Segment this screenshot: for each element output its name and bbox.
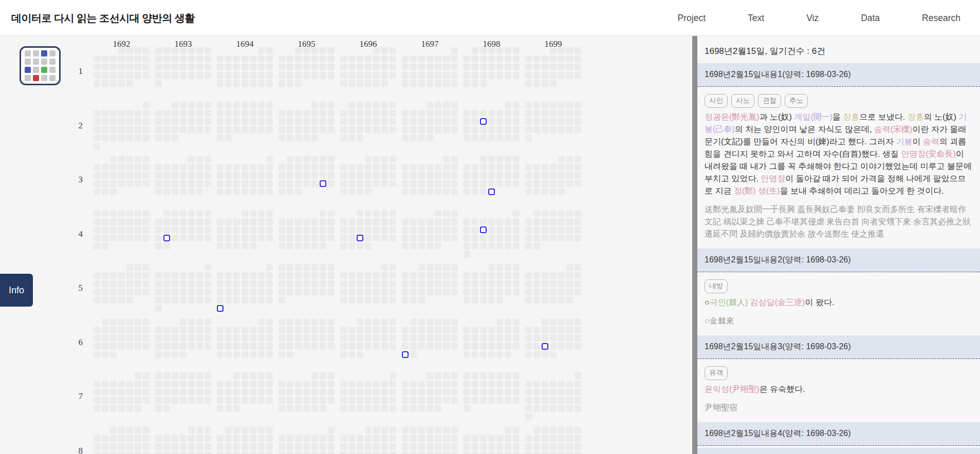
day-cell[interactable] bbox=[172, 164, 178, 171]
day-cell[interactable] bbox=[427, 110, 433, 117]
day-cell[interactable] bbox=[410, 397, 417, 404]
day-cell[interactable] bbox=[381, 343, 388, 350]
day-cell[interactable] bbox=[126, 335, 133, 342]
day-cell[interactable] bbox=[295, 264, 302, 271]
day-cell[interactable] bbox=[410, 327, 417, 333]
day-cell[interactable] bbox=[542, 126, 548, 133]
day-cell[interactable] bbox=[381, 55, 388, 62]
day-cell[interactable] bbox=[496, 389, 503, 395]
day-cell[interactable] bbox=[320, 64, 326, 70]
day-cell[interactable] bbox=[513, 372, 520, 379]
day-cell[interactable] bbox=[410, 389, 417, 395]
day-cell[interactable] bbox=[250, 188, 256, 195]
day-cell[interactable] bbox=[233, 235, 240, 241]
day-cell[interactable] bbox=[381, 72, 388, 79]
nav-item-project[interactable]: Project bbox=[678, 13, 706, 24]
day-cell[interactable] bbox=[266, 210, 273, 217]
day-cell[interactable] bbox=[390, 72, 396, 79]
day-cell[interactable] bbox=[390, 264, 396, 271]
day-cell[interactable] bbox=[451, 272, 458, 279]
day-cell[interactable] bbox=[542, 102, 548, 108]
day-cell[interactable] bbox=[373, 64, 380, 70]
day-cell[interactable] bbox=[188, 118, 195, 125]
day-cell[interactable] bbox=[143, 372, 150, 379]
day-cell[interactable] bbox=[390, 335, 396, 342]
day-cell[interactable] bbox=[102, 389, 108, 395]
day-cell[interactable] bbox=[381, 235, 388, 241]
day-cell[interactable] bbox=[328, 55, 335, 62]
day-cell[interactable] bbox=[225, 80, 232, 87]
day-cell[interactable] bbox=[525, 405, 532, 412]
day-cell[interactable] bbox=[464, 126, 470, 133]
day-cell[interactable] bbox=[102, 218, 108, 225]
day-cell[interactable] bbox=[566, 47, 573, 54]
day-cell[interactable] bbox=[180, 435, 187, 442]
day-cell[interactable] bbox=[135, 389, 141, 395]
day-cell[interactable] bbox=[373, 110, 380, 117]
day-cell[interactable] bbox=[427, 443, 433, 450]
day-cell[interactable] bbox=[110, 335, 117, 342]
day-cell[interactable] bbox=[464, 443, 470, 450]
day-cell[interactable] bbox=[488, 435, 495, 442]
day-cell[interactable] bbox=[533, 218, 540, 225]
day-cell[interactable] bbox=[233, 164, 240, 171]
day-cell[interactable] bbox=[513, 335, 520, 342]
day-cell[interactable] bbox=[513, 264, 520, 271]
day-cell[interactable] bbox=[320, 72, 326, 79]
day-cell[interactable] bbox=[357, 343, 363, 350]
day-cell[interactable] bbox=[242, 289, 248, 295]
day-cell[interactable] bbox=[118, 272, 125, 279]
day-cell[interactable] bbox=[480, 343, 487, 350]
day-cell[interactable] bbox=[250, 180, 256, 187]
day-cell[interactable] bbox=[320, 226, 326, 233]
day-cell[interactable] bbox=[242, 389, 248, 395]
day-cell[interactable] bbox=[311, 280, 318, 287]
day-cell[interactable] bbox=[464, 180, 470, 187]
day-cell[interactable] bbox=[348, 327, 355, 333]
day-cell[interactable] bbox=[94, 143, 100, 149]
day-cell[interactable] bbox=[402, 435, 409, 442]
day-cell[interactable] bbox=[480, 389, 487, 395]
day-cell[interactable] bbox=[365, 381, 372, 387]
day-cell[interactable] bbox=[258, 55, 265, 62]
category-tag[interactable]: 사노 bbox=[731, 94, 754, 108]
day-cell[interactable] bbox=[365, 289, 372, 295]
day-cell[interactable] bbox=[427, 64, 433, 70]
day-cell[interactable] bbox=[533, 102, 540, 108]
day-cell[interactable] bbox=[180, 188, 187, 195]
day-cell[interactable] bbox=[496, 156, 503, 162]
day-cell[interactable] bbox=[266, 180, 273, 187]
day-cell[interactable] bbox=[418, 335, 425, 342]
day-cell[interactable] bbox=[390, 280, 396, 287]
day-cell[interactable] bbox=[505, 102, 511, 108]
day-cell[interactable] bbox=[180, 47, 187, 54]
day-cell[interactable] bbox=[295, 343, 302, 350]
day-cell[interactable] bbox=[390, 297, 396, 304]
day-cell[interactable] bbox=[126, 172, 133, 179]
day-cell[interactable] bbox=[373, 80, 380, 87]
day-cell[interactable] bbox=[558, 280, 565, 287]
day-cell[interactable] bbox=[180, 381, 187, 387]
day-cell[interactable] bbox=[373, 435, 380, 442]
day-cell[interactable] bbox=[348, 405, 355, 412]
day-cell[interactable] bbox=[225, 297, 232, 304]
day-cell[interactable] bbox=[505, 289, 511, 295]
panel-scrollbar[interactable] bbox=[692, 36, 697, 454]
day-cell[interactable] bbox=[303, 218, 310, 225]
day-cell[interactable] bbox=[258, 118, 265, 125]
day-cell[interactable] bbox=[303, 243, 310, 250]
day-cell[interactable] bbox=[196, 47, 203, 54]
day-cell[interactable] bbox=[205, 118, 211, 125]
day-cell[interactable] bbox=[258, 389, 265, 395]
day-cell[interactable] bbox=[348, 102, 355, 108]
day-cell[interactable] bbox=[418, 389, 425, 395]
day-cell[interactable] bbox=[435, 180, 441, 187]
day-cell[interactable] bbox=[225, 72, 232, 79]
day-cell[interactable] bbox=[496, 264, 503, 271]
day-cell[interactable] bbox=[217, 235, 224, 241]
day-cell[interactable] bbox=[558, 327, 565, 333]
day-cell[interactable] bbox=[525, 135, 532, 141]
day-cell[interactable] bbox=[435, 80, 441, 87]
day-cell[interactable] bbox=[172, 297, 178, 304]
day-cell[interactable] bbox=[550, 72, 557, 79]
